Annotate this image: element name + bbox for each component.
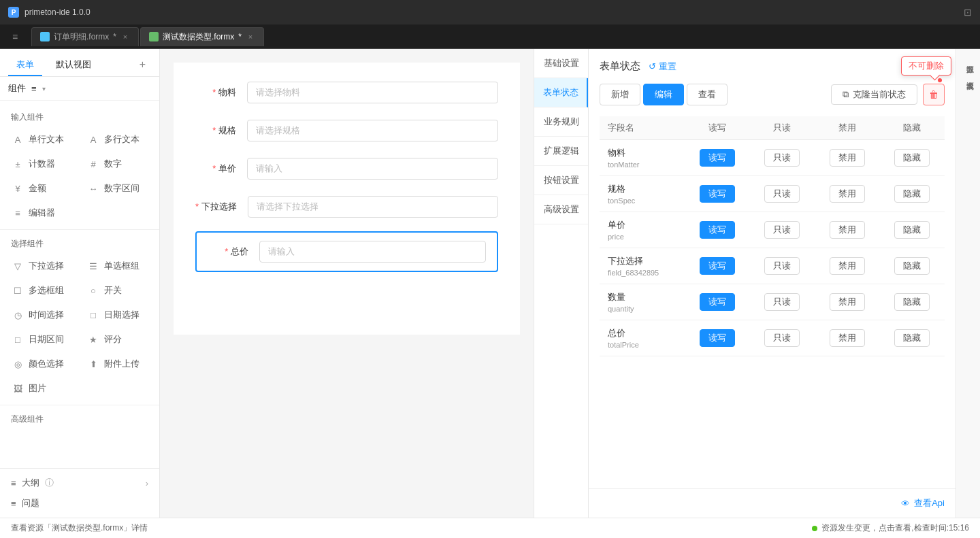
field-hidden-btn[interactable]: 隐藏 [894, 257, 930, 275]
component-counter[interactable]: ± 计数器 [5, 153, 78, 175]
component-multi-text[interactable]: A 多行文本 [81, 129, 154, 150]
field-readonly-btn[interactable]: 只读 [764, 257, 800, 275]
field-readwrite-btn[interactable]: 读写 [700, 329, 735, 347]
outline-item[interactable]: ≡ 大纲 ⓘ › [11, 474, 148, 492]
field-hidden-cell: 隐藏 [879, 248, 945, 284]
tab-2[interactable]: 测试数据类型.formx * × [140, 27, 264, 46]
field-hidden-btn[interactable]: 隐藏 [894, 293, 930, 311]
field-readwrite-btn[interactable]: 读写 [700, 185, 735, 203]
right-panel-content: 表单状态 ↺ 重置 新增 编辑 查看 ⧉ 克隆当前状态 [589, 49, 956, 518]
field-readwrite-btn[interactable]: 读写 [700, 293, 735, 311]
component-upload[interactable]: ⬆ 附件上传 [81, 353, 154, 375]
nav-advanced-settings[interactable]: 高级设置 [534, 195, 588, 224]
field-readonly-cell: 只读 [749, 212, 815, 248]
tab-1[interactable]: 订单明细.formx * × [31, 27, 139, 46]
field-readonly-cell: 只读 [749, 140, 815, 176]
field-readwrite-cell: 读写 [685, 248, 750, 284]
component-number-range[interactable]: ↔ 数字区间 [81, 178, 154, 199]
status-bar-left[interactable]: 查看资源「测试数据类型.formx」详情 [11, 522, 148, 534]
field-disabled-btn[interactable]: 禁用 [830, 149, 865, 167]
status-tab-view[interactable]: 查看 [687, 84, 728, 105]
component-number[interactable]: # 数字 [81, 153, 154, 175]
field-hidden-btn[interactable]: 隐藏 [894, 185, 930, 203]
nav-extend-logic[interactable]: 扩展逻辑 [534, 137, 588, 166]
field-disabled-btn[interactable]: 禁用 [830, 221, 865, 239]
component-radio-group[interactable]: ☰ 单选框组 [81, 255, 154, 277]
component-date-range[interactable]: □ 日期区间 [5, 329, 78, 350]
chevron-down-icon: ▾ [42, 85, 46, 93]
field-readonly-btn[interactable]: 只读 [764, 329, 800, 347]
nav-basic-settings[interactable]: 基础设置 [534, 49, 588, 78]
status-tab-add[interactable]: 新增 [600, 84, 640, 105]
image-label: 图片 [29, 382, 46, 394]
nav-form-status[interactable]: 表单状态 [534, 78, 588, 107]
field-readonly-btn[interactable]: 只读 [764, 221, 800, 239]
field-name-en: quantity [608, 305, 676, 313]
component-image[interactable]: 🖼 图片 [5, 377, 78, 399]
multi-text-icon: A [86, 133, 100, 146]
far-right-datasource[interactable]: 数据源 [959, 54, 978, 65]
sidebar-tab-add[interactable]: + [134, 54, 151, 76]
component-filter[interactable]: ▾ [42, 85, 46, 93]
total-price-input[interactable]: 请输入 [259, 241, 486, 263]
status-bar-right-text: 资源发生变更，点击查看,检查时间:15:16 [821, 522, 969, 534]
field-hidden-btn[interactable]: 隐藏 [894, 329, 930, 347]
counter-label: 计数器 [29, 158, 55, 170]
status-tab-edit[interactable]: 编辑 [643, 84, 684, 105]
component-time-picker[interactable]: ◷ 时间选择 [5, 304, 78, 326]
component-checkbox-group[interactable]: ☐ 多选框组 [5, 280, 78, 301]
info-icon: ⓘ [45, 477, 54, 489]
tab-1-close[interactable]: × [120, 32, 130, 41]
field-hidden-btn[interactable]: 隐藏 [894, 149, 930, 167]
checkbox-group-icon: ☐ [11, 284, 24, 297]
material-input[interactable]: 请选择物料 [247, 82, 498, 103]
component-dropdown[interactable]: ▽ 下拉选择 [5, 255, 78, 277]
field-hidden-cell: 隐藏 [879, 320, 945, 356]
field-disabled-btn[interactable]: 禁用 [830, 293, 865, 311]
field-readonly-btn[interactable]: 只读 [764, 293, 800, 311]
tab-2-close[interactable]: × [246, 32, 255, 41]
clone-btn[interactable]: ⧉ 克隆当前状态 [831, 84, 917, 105]
color-picker-icon: ◎ [11, 357, 24, 371]
form-row-material: 物料 请选择物料 [184, 73, 509, 112]
component-single-text[interactable]: A 单行文本 [5, 129, 78, 150]
component-equals-icon: ≡ [31, 84, 37, 94]
field-hidden-btn[interactable]: 隐藏 [894, 221, 930, 239]
component-date-picker[interactable]: □ 日期选择 [81, 304, 154, 326]
view-api-label[interactable]: 查看Api [914, 497, 945, 509]
component-color-picker[interactable]: ◎ 颜色选择 [5, 353, 78, 375]
field-readwrite-btn[interactable]: 读写 [700, 149, 735, 167]
issues-item[interactable]: ≡ 问题 [11, 494, 148, 512]
tooltip-dot [938, 78, 942, 82]
field-disabled-btn[interactable]: 禁用 [830, 185, 865, 203]
field-readonly-btn[interactable]: 只读 [764, 185, 800, 203]
far-right-offline[interactable]: 离线资源 [959, 71, 978, 82]
sidebar-tab-form[interactable]: 表单 [8, 54, 42, 76]
field-name-en: totalPrice [608, 341, 676, 349]
field-readonly-btn[interactable]: 只读 [764, 149, 800, 167]
nav-button-settings[interactable]: 按钮设置 [534, 166, 588, 195]
field-disabled-btn[interactable]: 禁用 [830, 257, 865, 275]
field-name-en: field_68342895 [608, 269, 676, 277]
field-disabled-btn[interactable]: 禁用 [830, 329, 865, 347]
component-switch[interactable]: ○ 开关 [81, 280, 154, 301]
spec-input[interactable]: 请选择规格 [247, 120, 498, 141]
sidebar-tab-default-view[interactable]: 默认视图 [48, 54, 99, 76]
unit-price-input[interactable]: 请输入 [247, 158, 498, 180]
field-readwrite-btn[interactable]: 读写 [700, 221, 735, 239]
delete-btn[interactable]: 🗑 [923, 84, 945, 105]
right-panel: 基础设置 表单状态 业务规则 扩展逻辑 按钮设置 高级设置 表单状态 ↺ 重置 … [534, 49, 956, 518]
component-rating[interactable]: ★ 评分 [81, 329, 154, 350]
reset-link[interactable]: ↺ 重置 [649, 61, 676, 73]
sidebar-tabs: 表单 默认视图 + [0, 49, 159, 77]
far-right-panel: 数据源 离线资源 [956, 49, 980, 518]
component-amount[interactable]: ¥ 金额 [5, 178, 78, 199]
delete-btn-container: 不可删除 🗑 [923, 84, 945, 105]
field-readwrite-btn[interactable]: 读写 [700, 257, 735, 275]
radio-group-label: 单选框组 [104, 260, 140, 272]
nav-business-rules[interactable]: 业务规则 [534, 107, 588, 137]
dropdown-field-input[interactable]: 请选择下拉选择 [248, 196, 498, 218]
field-disabled-cell: 禁用 [815, 212, 880, 248]
component-editor[interactable]: ≡ 编辑器 [5, 202, 78, 224]
sidebar-toggle[interactable]: ≡ [5, 27, 24, 46]
